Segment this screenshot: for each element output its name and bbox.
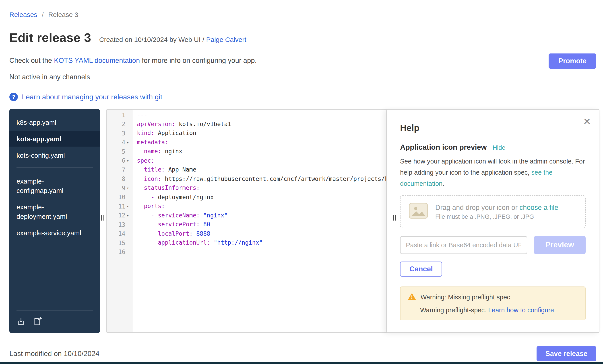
fold-chevron-icon[interactable]: ▾	[125, 140, 130, 145]
cancel-button[interactable]: Cancel	[400, 262, 442, 277]
icon-preview-description: See how your application icon will look …	[400, 156, 586, 189]
dropzone-text: Drag and drop your icon or choose a file…	[435, 203, 558, 220]
created-meta: Created on 10/10/2024 by Web UI / Paige …	[99, 36, 246, 43]
sidebar-item-example-deployment.yaml[interactable]: example-deployment.yaml	[9, 199, 100, 224]
line-number: 14	[107, 229, 132, 238]
icon-url-input[interactable]	[400, 236, 527, 254]
docs-text-suffix: for more info on configuring your app.	[140, 56, 257, 64]
sidebar-item-kots-app.yaml[interactable]: kots-app.yaml	[9, 131, 100, 147]
channel-status: Not active in any channels	[9, 73, 599, 81]
title-row: Edit release 3 Created on 10/10/2024 by …	[9, 31, 599, 45]
question-circle-icon: ?	[9, 93, 18, 101]
line-number: 11▾	[107, 202, 132, 211]
docs-text-prefix: Check out the	[9, 56, 54, 64]
preview-button[interactable]: Preview	[534, 236, 586, 254]
git-help-row: ? Learn about managing your releases wit…	[9, 93, 599, 101]
sidebar-item-k8s-app.yaml[interactable]: k8s-app.yaml	[9, 114, 100, 130]
dropzone-instruction: Drag and drop your icon or choose a file	[435, 203, 558, 211]
line-number: 1	[107, 110, 132, 120]
image-placeholder-icon	[408, 202, 428, 221]
line-number: 2	[107, 120, 132, 129]
sidebar-actions	[9, 317, 100, 333]
sidebar-item-example-configmap.yaml[interactable]: example-configmap.yaml	[9, 173, 100, 198]
warning-text: Warning: Missing preflight spec	[421, 294, 510, 301]
bottom-strip	[0, 362, 603, 364]
choose-file-link[interactable]: choose a file	[519, 203, 558, 211]
sidebar-resize-handle[interactable]	[101, 215, 104, 221]
breadcrumb-current: Release 3	[48, 11, 78, 18]
sidebar-divider	[16, 167, 93, 168]
description-text: See how your application icon will look …	[400, 158, 585, 176]
line-number: 16	[107, 247, 132, 257]
author-link[interactable]: Paige Calvert	[206, 36, 246, 43]
save-release-button[interactable]: Save release	[536, 346, 596, 361]
fold-chevron-icon[interactable]: ▾	[125, 204, 130, 209]
file-sidebar: k8s-app.yamlkots-app.yamlkots-config.yam…	[9, 109, 100, 333]
help-title: Help	[400, 123, 586, 133]
line-number: 9▾	[107, 184, 132, 193]
help-resize-handle[interactable]	[393, 215, 396, 221]
dropzone-filetypes: File must be a .PNG, .JPEG, or .JPG	[435, 213, 558, 220]
footer: Last modified on 10/10/2024 Save release	[9, 340, 599, 361]
description-period: .	[442, 180, 444, 187]
last-modified: Last modified on 10/10/2024	[9, 350, 99, 358]
fold-chevron-icon[interactable]: ▾	[125, 213, 130, 218]
breadcrumb-releases-link[interactable]: Releases	[9, 11, 37, 18]
editor-workspace: k8s-app.yamlkots-app.yamlkots-config.yam…	[9, 109, 599, 333]
warning-detail-text: Warning preflight-spec.	[420, 307, 488, 314]
breadcrumb: Releases / Release 3	[9, 0, 599, 18]
line-number: 6▾	[107, 156, 132, 165]
fold-chevron-icon[interactable]: ▾	[125, 186, 130, 190]
warning-detail: Warning preflight-spec. Learn how to con…	[420, 307, 578, 314]
file-list: k8s-app.yamlkots-app.yamlkots-config.yam…	[9, 109, 100, 241]
upload-file-icon[interactable]	[16, 317, 25, 326]
warning-icon	[408, 293, 416, 302]
created-text: Created on 10/10/2024 by Web UI /	[99, 36, 206, 43]
help-panel: ✕ Help Application icon preview Hide See…	[386, 109, 599, 333]
warning-row: Warning: Missing preflight spec	[408, 293, 578, 302]
line-number: 3	[107, 129, 132, 138]
kots-docs-link[interactable]: KOTS YAML documentation	[54, 56, 140, 64]
editor-gutter: 1234▾56▾789▾1011▾12▾13141516	[107, 110, 132, 332]
docs-hint: Check out the KOTS YAML documentation fo…	[9, 56, 599, 65]
line-number: 10	[107, 193, 132, 202]
sidebar-bottom	[9, 310, 100, 333]
icon-preview-header: Application icon preview Hide	[400, 143, 586, 152]
dropzone-instruction-text: Drag and drop your icon or	[435, 203, 519, 211]
page-title: Edit release 3	[9, 31, 91, 45]
new-file-icon[interactable]	[33, 317, 42, 326]
git-releases-link[interactable]: Learn about managing your releases with …	[22, 93, 162, 101]
line-number: 12▾	[107, 211, 132, 220]
sidebar-bottom-divider	[16, 310, 93, 311]
fold-chevron-icon[interactable]: ▾	[125, 159, 130, 163]
icon-url-row: Preview	[400, 236, 586, 254]
hide-link[interactable]: Hide	[493, 144, 506, 151]
close-icon[interactable]: ✕	[581, 115, 593, 128]
app-viewport: Releases / Release 3 Edit release 3 Crea…	[0, 0, 603, 364]
sidebar-item-kots-config.yaml[interactable]: kots-config.yaml	[9, 147, 100, 163]
line-number: 15	[107, 238, 132, 247]
line-number: 4▾	[107, 138, 132, 147]
line-number: 8	[107, 175, 132, 184]
line-number: 5	[107, 147, 132, 156]
line-number: 7	[107, 165, 132, 175]
breadcrumb-separator: /	[42, 11, 44, 18]
configure-preflight-link[interactable]: Learn how to configure	[488, 307, 554, 314]
sidebar-item-example-service.yaml[interactable]: example-service.yaml	[9, 225, 100, 241]
promote-button[interactable]: Promote	[549, 54, 596, 69]
release-editor-page: Releases / Release 3 Edit release 3 Crea…	[0, 0, 603, 364]
preflight-warning: Warning: Missing preflight spec Warning …	[400, 287, 586, 320]
icon-dropzone[interactable]: Drag and drop your icon or choose a file…	[400, 195, 586, 228]
line-number: 13	[107, 220, 132, 229]
icon-preview-title: Application icon preview	[400, 143, 487, 152]
